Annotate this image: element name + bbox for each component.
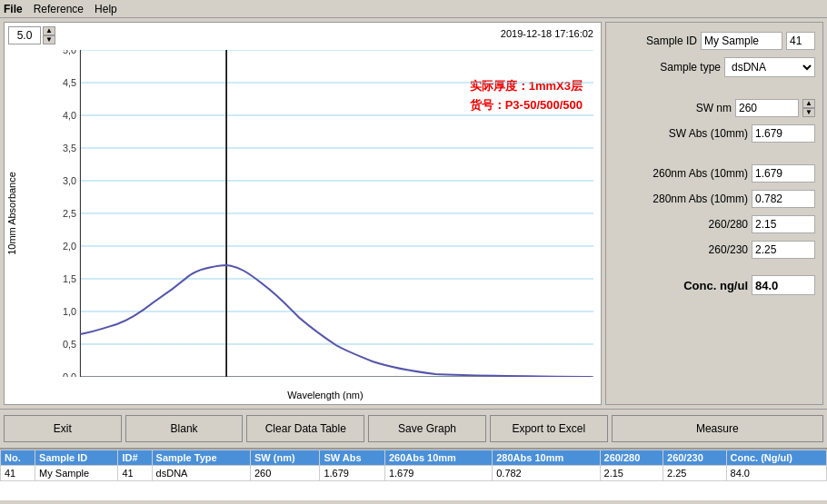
sample-type-select[interactable]: dsDNA ssDNA RNA [724,57,815,77]
sample-id-input[interactable] [701,32,782,50]
button-bar: Exit Blank Clear Data Table Save Graph E… [0,409,827,449]
menubar: File Reference Help [0,0,827,18]
table-cell: 2.15 [600,466,663,481]
blank-button[interactable]: Blank [125,415,244,442]
abs-280-label: 280nm Abs (10mm) [653,193,748,205]
sw-nm-label: SW nm [696,102,732,114]
sw-abs-input[interactable] [752,124,815,143]
measure-button[interactable]: Measure [612,415,823,442]
export-button[interactable]: Export to Excel [490,415,608,442]
abs-280-row: 280nm Abs (10mm) [613,190,815,208]
chart-container: 5,0 4,5 4,0 3,5 3,0 2,5 2,0 1,5 1,0 0,5 … [41,50,593,377]
svg-text:2,5: 2,5 [63,209,76,219]
svg-text:1,5: 1,5 [63,274,76,284]
sample-type-row: Sample type dsDNA ssDNA RNA [613,57,815,77]
abs-260-label: 260nm Abs (10mm) [653,167,748,180]
menu-file[interactable]: File [4,3,23,15]
right-panel: Sample ID Sample type dsDNA ssDNA RNA SW… [605,22,823,405]
svg-text:2,0: 2,0 [63,242,76,252]
table-header-cell: No. [1,450,35,466]
svg-text:0,5: 0,5 [63,340,76,350]
ratio-260-230-input[interactable] [752,241,815,259]
table-cell: 1.679 [320,466,384,481]
x-axis-label: Wavelength (nm) [287,390,363,400]
svg-text:1,0: 1,0 [63,307,76,317]
table-cell: 84.0 [726,466,826,481]
graph-area: ▲ ▼ 2019-12-18 17:16:02 实际厚度：1mmX3层 货号：P… [4,22,602,405]
table-cell: 2.25 [663,466,727,481]
spin-down-button[interactable]: ▼ [43,35,55,44]
table-row: 41My Sample41dsDNA2601.6791.6790.7822.15… [1,466,827,481]
chart-svg: 5,0 4,5 4,0 3,5 3,0 2,5 2,0 1,5 1,0 0,5 … [41,50,593,377]
sw-nm-down-button[interactable]: ▼ [802,108,815,117]
main-layout: ▲ ▼ 2019-12-18 17:16:02 实际厚度：1mmX3层 货号：P… [0,18,827,409]
clear-button[interactable]: Clear Data Table [246,415,364,442]
sample-id-label: Sample ID [646,35,697,47]
svg-text:3,5: 3,5 [63,143,76,153]
svg-text:3,0: 3,0 [63,176,76,186]
table-header-cell: 280Abs 10mm [493,450,600,466]
spin-buttons: ▲ ▼ [43,26,55,44]
data-table: No.Sample IDID#Sample TypeSW (nm)SW Abs2… [0,450,827,481]
table-header-row: No.Sample IDID#Sample TypeSW (nm)SW Abs2… [1,450,827,466]
conc-label: Conc. ng/ul [683,279,748,292]
menu-reference[interactable]: Reference [34,3,84,15]
table-cell: 41 [118,466,152,481]
sw-abs-row: SW Abs (10mm) [613,124,815,143]
ratio-260-230-label: 260/230 [709,243,748,256]
abs-260-input[interactable] [752,164,815,183]
sample-id-num-input[interactable] [786,32,815,50]
ratio-260-230-row: 260/230 [613,241,815,259]
save-graph-button[interactable]: Save Graph [368,415,486,442]
table-header-cell: Sample Type [152,450,250,466]
conc-input[interactable] [752,275,815,295]
menu-help[interactable]: Help [95,3,117,15]
sw-nm-spinners: ▲ ▼ [802,99,815,117]
spin-up-button[interactable]: ▲ [43,26,55,35]
table-body: 41My Sample41dsDNA2601.6791.6790.7822.15… [1,466,827,481]
table-header-cell: 260/230 [663,450,727,466]
table-cell: dsDNA [152,466,250,481]
table-header-cell: SW (nm) [251,450,320,466]
sample-type-label: Sample type [660,61,721,74]
sw-abs-label: SW Abs (10mm) [669,127,748,140]
exit-button[interactable]: Exit [4,415,122,442]
table-cell: 0.782 [493,466,600,481]
sample-id-row: Sample ID [613,32,815,50]
sw-nm-input[interactable] [735,99,799,117]
table-header-cell: Sample ID [35,450,118,466]
sw-nm-up-button[interactable]: ▲ [802,99,815,108]
abs-280-input[interactable] [752,190,815,208]
table-cell: 1.679 [384,466,492,481]
svg-text:4,5: 4,5 [63,78,76,88]
table-header-cell: SW Abs [320,450,384,466]
spinner-input[interactable] [8,26,41,44]
table-header-cell: ID# [118,450,152,466]
svg-text:4,0: 4,0 [63,111,76,121]
table-header-cell: 260Abs 10mm [384,450,492,466]
svg-text:5,0: 5,0 [63,50,76,55]
table-cell: My Sample [35,466,118,481]
ratio-260-280-label: 260/280 [709,218,748,231]
svg-text:0,0: 0,0 [63,372,76,377]
table-header-cell: 260/280 [600,450,663,466]
spinner-control: ▲ ▼ [8,26,55,44]
y-axis-label: 10mm Absorbance [6,172,17,255]
conc-row: Conc. ng/ul [613,275,815,295]
ratio-260-280-input[interactable] [752,215,815,233]
ratio-260-280-row: 260/280 [613,215,815,233]
data-table-container: No.Sample IDID#Sample TypeSW (nm)SW Abs2… [0,449,827,500]
timestamp: 2019-12-18 17:16:02 [501,28,593,39]
table-cell: 41 [1,466,35,481]
table-cell: 260 [251,466,320,481]
abs-260-row: 260nm Abs (10mm) [613,164,815,183]
sw-nm-row: SW nm ▲ ▼ [613,99,815,117]
table-header-cell: Conc. (Ng/ul) [726,450,826,466]
